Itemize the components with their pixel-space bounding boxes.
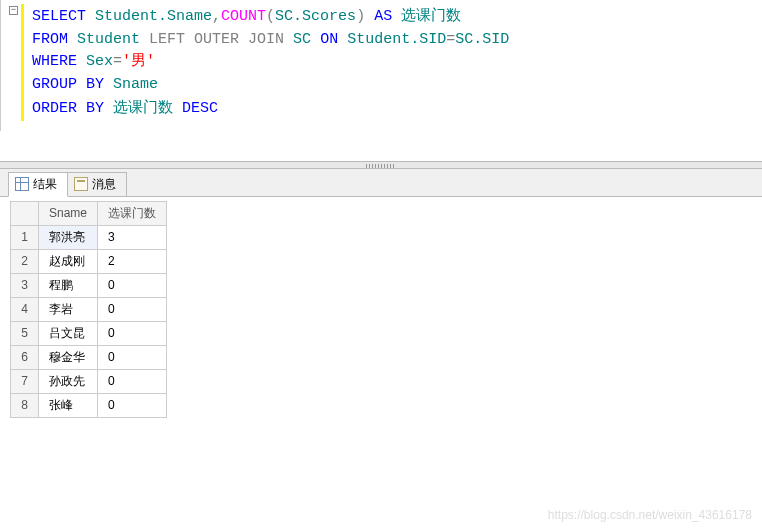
results-pane: Sname 选课门数 1 郭洪亮 3 2 赵成刚 2 3 程鹏 0 4 李岩 (0, 197, 762, 418)
paren-open: ( (266, 8, 275, 25)
col-sname: Sname (113, 76, 158, 93)
cond-left: Student.SID (347, 31, 446, 48)
cell-sname[interactable]: 郭洪亮 (39, 225, 98, 249)
table-row[interactable]: 3 程鹏 0 (11, 273, 167, 297)
tab-messages-label: 消息 (92, 176, 116, 193)
func-count: COUNT (221, 8, 266, 25)
cell-count[interactable]: 0 (98, 369, 167, 393)
table-row[interactable]: 5 吕文昆 0 (11, 321, 167, 345)
keyword-select: SELECT (32, 8, 86, 25)
cond-right: SC.SID (455, 31, 509, 48)
results-grid[interactable]: Sname 选课门数 1 郭洪亮 3 2 赵成刚 2 3 程鹏 0 4 李岩 (10, 201, 167, 418)
cell-sname[interactable]: 程鹏 (39, 273, 98, 297)
table-sc: SC (293, 31, 311, 48)
table-row[interactable]: 8 张峰 0 (11, 393, 167, 417)
table-row[interactable]: 7 孙政先 0 (11, 369, 167, 393)
code-line-5: ORDER BY 选课门数 DESC (32, 96, 762, 121)
keyword-groupby: GROUP BY (32, 76, 104, 93)
eq2: = (113, 53, 122, 70)
tab-messages[interactable]: 消息 (67, 172, 127, 196)
keyword-from: FROM (32, 31, 68, 48)
row-number: 7 (11, 369, 39, 393)
pane-splitter[interactable] (0, 161, 762, 169)
col-student-sname: Student.Sname (95, 8, 212, 25)
row-number: 3 (11, 273, 39, 297)
row-number: 8 (11, 393, 39, 417)
comma: , (212, 8, 221, 25)
results-tabs: 结果 消息 (0, 169, 762, 197)
row-number: 5 (11, 321, 39, 345)
code-line-4: GROUP BY Sname (32, 74, 762, 97)
cell-count[interactable]: 0 (98, 345, 167, 369)
cell-count[interactable]: 0 (98, 393, 167, 417)
cell-count[interactable]: 3 (98, 225, 167, 249)
tab-results-label: 结果 (33, 176, 57, 193)
col-header-sname[interactable]: Sname (39, 201, 98, 225)
cell-sname[interactable]: 穆金华 (39, 345, 98, 369)
code-line-1: SELECT Student.Sname,COUNT(SC.Scores) AS… (32, 4, 762, 29)
table-row[interactable]: 1 郭洪亮 3 (11, 225, 167, 249)
splitter-grip-icon (366, 164, 396, 168)
cell-sname[interactable]: 吕文昆 (39, 321, 98, 345)
keyword-where: WHERE (32, 53, 77, 70)
cell-count[interactable]: 0 (98, 273, 167, 297)
col-sc-scores: SC.Scores (275, 8, 356, 25)
grid-corner (11, 201, 39, 225)
sql-editor[interactable]: − SELECT Student.Sname,COUNT(SC.Scores) … (0, 0, 762, 131)
collapse-icon[interactable]: − (9, 6, 18, 15)
col-header-count[interactable]: 选课门数 (98, 201, 167, 225)
row-number: 2 (11, 249, 39, 273)
keyword-desc: DESC (182, 100, 218, 117)
grid-icon (15, 177, 29, 191)
row-number: 6 (11, 345, 39, 369)
code-line-3: WHERE Sex='男' (32, 51, 762, 74)
alias-count: 选课门数 (401, 6, 461, 23)
cell-sname[interactable]: 孙政先 (39, 369, 98, 393)
keyword-orderby: ORDER BY (32, 100, 104, 117)
table-student: Student (77, 31, 140, 48)
table-row[interactable]: 2 赵成刚 2 (11, 249, 167, 273)
tab-results[interactable]: 结果 (8, 172, 68, 197)
keyword-on: ON (320, 31, 338, 48)
literal-male: 男 (131, 53, 146, 70)
code-block: SELECT Student.Sname,COUNT(SC.Scores) AS… (21, 4, 762, 121)
row-number: 4 (11, 297, 39, 321)
table-row[interactable]: 6 穆金华 0 (11, 345, 167, 369)
keyword-join: LEFT OUTER JOIN (149, 31, 284, 48)
quote-open: ' (122, 53, 131, 70)
cell-sname[interactable]: 李岩 (39, 297, 98, 321)
eq: = (446, 31, 455, 48)
quote-close: ' (146, 53, 155, 70)
col-sex: Sex (86, 53, 113, 70)
cell-sname[interactable]: 张峰 (39, 393, 98, 417)
paren-close: ) (356, 8, 365, 25)
order-col: 选课门数 (113, 98, 173, 115)
code-line-2: FROM Student LEFT OUTER JOIN SC ON Stude… (32, 29, 762, 52)
row-number: 1 (11, 225, 39, 249)
table-row[interactable]: 4 李岩 0 (11, 297, 167, 321)
message-icon (74, 177, 88, 191)
keyword-as: AS (374, 8, 392, 25)
cell-sname[interactable]: 赵成刚 (39, 249, 98, 273)
cell-count[interactable]: 0 (98, 297, 167, 321)
watermark: https://blog.csdn.net/weixin_43616178 (548, 508, 752, 522)
cell-count[interactable]: 2 (98, 249, 167, 273)
cell-count[interactable]: 0 (98, 321, 167, 345)
